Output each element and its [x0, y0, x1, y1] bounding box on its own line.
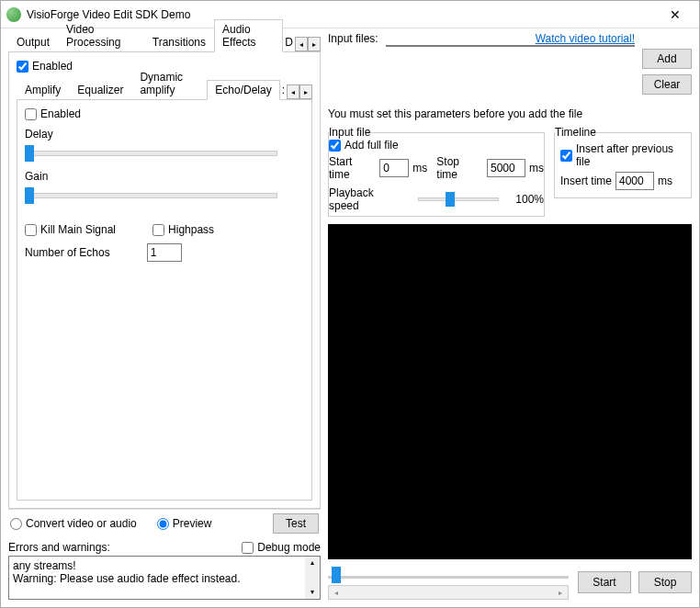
input-files-label: Input files: — [328, 32, 378, 45]
insert-after-checkbox[interactable]: Insert after previous file — [560, 142, 685, 168]
add-full-file-checkbox[interactable]: Add full file — [329, 139, 544, 152]
echo-delay-panel: Enabled Delay Gain — [17, 100, 312, 501]
subtab-amplify[interactable]: Amplify — [17, 80, 69, 100]
clear-button[interactable]: Clear — [642, 74, 692, 95]
stop-button[interactable]: Stop — [638, 571, 692, 593]
subtabs-scroll-right-icon[interactable]: ▸ — [299, 84, 312, 99]
start-button[interactable]: Start — [578, 571, 631, 593]
delay-slider[interactable] — [25, 144, 277, 163]
playback-speed-slider[interactable] — [418, 192, 499, 207]
start-time-input[interactable] — [379, 159, 409, 177]
subtab-equalizer[interactable]: Equalizer — [69, 80, 131, 100]
preview-radio[interactable]: Preview — [157, 517, 212, 530]
error-line: any streams! — [13, 559, 316, 572]
playback-speed-value: 100% — [515, 193, 544, 206]
num-echos-input[interactable] — [147, 243, 182, 262]
tab-partial[interactable]: D — [283, 33, 295, 51]
delay-label: Delay — [25, 128, 304, 141]
scroll-right-icon[interactable]: ▸ — [553, 586, 568, 599]
subtab-echo-delay[interactable]: Echo/Delay — [207, 80, 279, 100]
main-tabs: Output Video Processing Transitions Audi… — [8, 32, 321, 52]
tutorial-link[interactable]: Watch video tutorial! — [536, 32, 635, 45]
subtab-partial[interactable]: : — [280, 81, 287, 99]
insert-time-label: Insert time — [560, 175, 612, 187]
num-echos-label: Number of Echos — [25, 246, 110, 259]
input-file-fieldset: Input file Add full file Start time ms S… — [328, 126, 545, 217]
subtab-dynamic-amplify[interactable]: Dynamic amplify — [131, 67, 207, 100]
insert-time-input[interactable] — [615, 172, 654, 190]
scroll-left-icon[interactable]: ◂ — [329, 586, 344, 599]
scroll-up-icon[interactable]: ▴ — [310, 557, 314, 569]
video-preview — [328, 224, 692, 559]
stop-time-input[interactable] — [487, 159, 525, 177]
gain-label: Gain — [25, 170, 304, 183]
audio-subtabs: Amplify Equalizer Dynamic amplify Echo/D… — [17, 80, 312, 100]
kill-main-signal-checkbox[interactable]: Kill Main Signal — [25, 223, 116, 236]
gain-slider[interactable] — [25, 186, 277, 205]
tab-video-processing[interactable]: Video Processing — [58, 19, 144, 52]
stop-time-label: Stop time — [436, 155, 483, 181]
tab-transitions[interactable]: Transitions — [144, 32, 214, 52]
tabs-scroll-left-icon[interactable]: ◂ — [295, 37, 308, 51]
debug-mode-checkbox[interactable]: Debug mode — [242, 541, 321, 554]
echo-enabled-checkbox[interactable]: Enabled — [25, 107, 304, 120]
tabs-scroll-right-icon[interactable]: ▸ — [308, 37, 321, 51]
audio-effects-panel: Enabled Amplify Equalizer Dynamic amplif… — [8, 52, 321, 509]
tab-audio-effects[interactable]: Audio Effects — [214, 19, 283, 52]
mode-row: Convert video or audio Preview Test — [8, 509, 321, 537]
start-time-label: Start time — [329, 155, 376, 181]
error-line: Warning: Please use audio fade effect in… — [13, 572, 316, 585]
timeline-scrollbar[interactable]: ◂ ▸ — [328, 585, 569, 600]
highpass-checkbox[interactable]: Highpass — [152, 223, 214, 236]
add-button[interactable]: Add — [642, 49, 692, 69]
input-files-listbox[interactable] — [386, 45, 635, 47]
errors-textbox[interactable]: any streams! Warning: Please use audio f… — [8, 556, 321, 600]
test-button[interactable]: Test — [273, 513, 319, 534]
scroll-down-icon[interactable]: ▾ — [310, 586, 314, 599]
tab-output[interactable]: Output — [8, 32, 58, 52]
timeline-fieldset: Timeline Insert after previous file Inse… — [554, 126, 692, 198]
errors-header: Errors and warnings: — [8, 541, 110, 554]
params-intro: You must set this parameters before you … — [328, 107, 692, 120]
playback-position-slider[interactable] — [328, 565, 569, 583]
close-icon[interactable]: ✕ — [657, 7, 694, 22]
playback-speed-label: Playback speed — [329, 186, 405, 212]
app-icon — [6, 7, 21, 22]
convert-radio[interactable]: Convert video or audio — [10, 517, 137, 530]
subtabs-scroll-left-icon[interactable]: ◂ — [287, 84, 299, 99]
